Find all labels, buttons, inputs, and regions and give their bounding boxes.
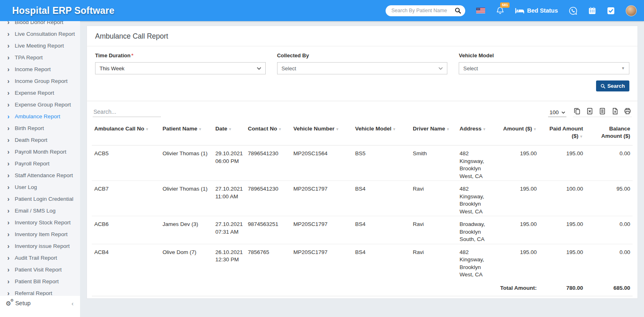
cell-patient-name: James Dev (3) xyxy=(160,216,213,244)
sidebar-item[interactable]: ›Income Group Report xyxy=(0,75,80,87)
sidebar-item[interactable]: ›Inventory issue Report xyxy=(0,240,80,252)
column-header[interactable]: Driver Name ▼ xyxy=(410,121,457,145)
sidebar-item[interactable]: ›Referral Report xyxy=(0,287,80,296)
report-panel: Ambulance Call Report Time Duration* Thi… xyxy=(87,26,638,299)
setup-label: Setup xyxy=(15,300,30,306)
sidebar-item[interactable]: ›Blood Donor Report xyxy=(0,21,80,28)
collapse-sidebar-icon[interactable]: ‹ xyxy=(72,300,74,307)
cell-call-no: ACB7 xyxy=(92,181,160,216)
cell-vehicle-model: BS4 xyxy=(353,216,410,244)
column-header[interactable]: Ambulance Call No ▼ xyxy=(92,121,160,145)
search-button[interactable]: Search xyxy=(596,80,629,91)
chevron-right-icon: › xyxy=(7,255,9,261)
time-duration-select[interactable]: This Week xyxy=(95,62,266,74)
sidebar-item[interactable]: ›Staff Attendance Report xyxy=(0,169,80,181)
header-actions: 581 Bed Status xyxy=(386,5,637,16)
cell-contact-no: 7896541230 xyxy=(245,145,291,181)
sidebar-item[interactable]: ›Patient Login Credential xyxy=(0,193,80,205)
print-icon[interactable] xyxy=(624,108,631,115)
cell-patient-name: Olivier Thomas (1) xyxy=(160,145,213,181)
column-header[interactable]: Vehicle Model ▼ xyxy=(353,121,410,145)
panel-title-row: Ambulance Call Report xyxy=(87,26,637,46)
column-header[interactable]: Contact No ▼ xyxy=(245,121,291,145)
sidebar-item[interactable]: ›Live Consultation Report xyxy=(0,28,80,40)
sidebar-item-label: Income Group Report xyxy=(15,78,67,84)
sidebar-item[interactable]: ›Death Report xyxy=(0,134,80,146)
sidebar-item-label: Referral Report xyxy=(15,290,52,296)
sidebar-item[interactable]: ›User Log xyxy=(0,181,80,193)
table-row: ACB7Olivier Thomas (1)27.10.2021 11:00 A… xyxy=(92,181,633,216)
sidebar-item[interactable]: ›Income Report xyxy=(0,63,80,75)
cell-paid-amount: 195.00 xyxy=(539,216,585,244)
column-header-label: Amount ($) xyxy=(503,126,532,132)
collected-by-select[interactable]: Select xyxy=(277,62,448,74)
cell-address: 482 Kingsway, Brooklyn West, CA xyxy=(457,181,496,216)
cell-amount: 195.00 xyxy=(496,145,539,181)
chevron-right-icon: › xyxy=(7,231,9,238)
table-row: ACB5Olivier Thomas (1)29.10.2021 06:00 P… xyxy=(92,145,633,181)
task-check-icon[interactable] xyxy=(607,7,615,15)
chevron-right-icon: › xyxy=(7,161,9,167)
cell-balance-amount: 0.00 xyxy=(585,244,633,279)
filter-time-duration: Time Duration* This Week xyxy=(95,52,266,74)
sidebar-item[interactable]: ›Payroll Report xyxy=(0,158,80,169)
whatsapp-icon[interactable] xyxy=(569,7,577,15)
sidebar-item[interactable]: ›TPA Report xyxy=(0,52,80,63)
column-header-label: Ambulance Call No xyxy=(94,126,144,132)
collected-by-label: Collected By xyxy=(277,52,448,59)
page-size-select[interactable]: 100 xyxy=(548,109,566,117)
column-header[interactable]: Date ▼ xyxy=(213,121,245,145)
sidebar-item-label: User Log xyxy=(15,184,37,190)
us-flag-icon[interactable] xyxy=(476,8,485,13)
user-avatar[interactable] xyxy=(626,5,637,16)
cell-balance-amount: 95.00 xyxy=(585,181,633,216)
cell-address: 482 Kingsway, Brooklyn West, CA xyxy=(457,145,496,181)
required-star: * xyxy=(131,52,133,59)
sidebar-item[interactable]: ›Patient Bill Report xyxy=(0,276,80,287)
sidebar-item[interactable]: ›Live Meeting Report xyxy=(0,40,80,52)
sidebar-item[interactable]: ›Birth Report xyxy=(0,122,80,134)
sidebar-item[interactable]: ›Inventory Item Report xyxy=(0,228,80,240)
table-toolbar: 100 xyxy=(92,105,633,118)
sidebar-item-label: Inventory issue Report xyxy=(15,243,69,249)
sidebar-item[interactable]: ›Expense Report xyxy=(0,87,80,99)
sidebar-item[interactable]: ›Email / SMS Log xyxy=(0,205,80,217)
chevron-down-icon xyxy=(438,67,443,70)
excel-icon[interactable] xyxy=(586,108,593,115)
notification-bell-icon[interactable]: 581 xyxy=(496,7,504,15)
cell-paid-amount: 195.00 xyxy=(539,145,585,181)
total-row: Total Amount: 780.00 685.00 xyxy=(92,279,633,296)
bed-status-button[interactable]: Bed Status xyxy=(515,7,558,14)
sidebar-item[interactable]: ›Payroll Month Report xyxy=(0,146,80,158)
copy-icon[interactable] xyxy=(574,108,581,115)
total-amount-label: Total Amount: xyxy=(92,279,539,296)
patient-search-box[interactable] xyxy=(386,5,465,16)
vehicle-model-select[interactable]: Select ▼ xyxy=(459,62,629,74)
column-header-label: Address xyxy=(460,126,481,132)
chevron-right-icon: › xyxy=(7,172,9,179)
sidebar-item[interactable]: ›Expense Group Report xyxy=(0,99,80,111)
sidebar-item-label: Staff Attendance Report xyxy=(15,172,73,178)
sidebar-item[interactable]: ›Patient Visit Report xyxy=(0,264,80,276)
sidebar-item[interactable]: ›Ambulance Report xyxy=(0,111,80,122)
search-icon[interactable] xyxy=(455,7,461,14)
column-header[interactable]: Patient Name ▼ xyxy=(160,121,213,145)
file-text-icon[interactable] xyxy=(599,108,606,115)
cell-amount: 195.00 xyxy=(496,181,539,216)
column-header[interactable]: Address ▼ xyxy=(457,121,496,145)
cell-date: 27.10.2021 11:00 AM xyxy=(213,181,245,216)
sidebar-item[interactable]: ›Inventory Stock Report xyxy=(0,217,80,228)
pdf-icon[interactable] xyxy=(611,108,618,115)
cell-contact-no: 7856765 xyxy=(245,244,291,279)
total-paid-value: 685.00 xyxy=(585,279,633,296)
column-header[interactable]: Vehicle Number ▼ xyxy=(291,121,353,145)
chevron-right-icon: › xyxy=(7,78,9,85)
calendar-icon[interactable] xyxy=(588,7,596,15)
column-header[interactable]: Paid Amount ($) ▼ xyxy=(539,121,585,145)
table-search-input[interactable] xyxy=(93,107,161,117)
total-amount-value: 780.00 xyxy=(539,279,585,296)
patient-search-input[interactable] xyxy=(391,8,455,13)
sidebar-item[interactable]: ›Audit Trail Report xyxy=(0,252,80,264)
sidebar-setup-button[interactable]: ⚙⚙ Setup ‹ xyxy=(0,296,80,317)
column-header[interactable]: Amount ($) ▼ xyxy=(496,121,539,145)
